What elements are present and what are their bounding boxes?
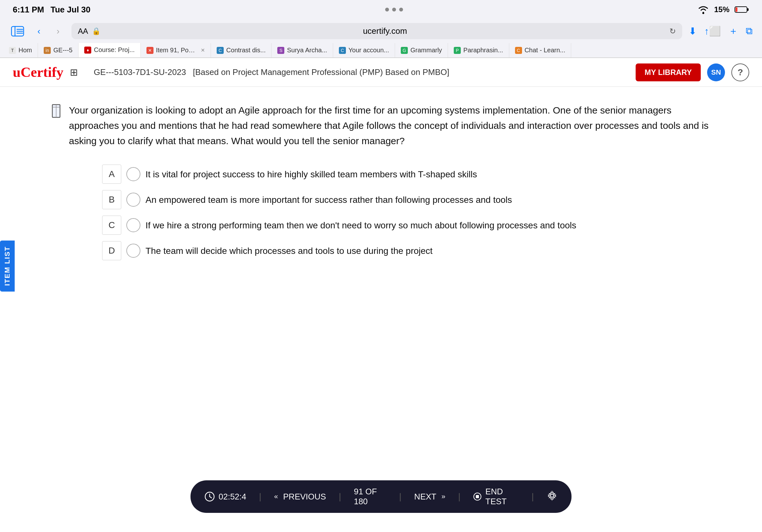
option-b-radio[interactable]	[126, 193, 140, 207]
option-d-letter: D	[102, 241, 121, 260]
battery-level: 15%	[714, 5, 729, 14]
option-b-letter: B	[102, 190, 121, 209]
option-a[interactable]: A It is vital for project success to hir…	[102, 165, 711, 184]
refresh-icon[interactable]: ↻	[669, 27, 676, 36]
stop-icon	[473, 492, 482, 502]
item-list-tab[interactable]: ITEM LIST	[0, 240, 15, 292]
tab-label-grammarly: Grammarly	[410, 46, 442, 54]
separator-5: |	[532, 492, 534, 502]
share-icon[interactable]: ↑⬜	[704, 26, 721, 37]
tab-favicon-item91: ✕	[146, 47, 153, 54]
status-bar-dots	[385, 8, 403, 12]
status-date: Tue Jul 30	[50, 5, 90, 15]
svg-rect-3	[735, 7, 737, 12]
tab-favicon-account: C	[339, 47, 346, 54]
app-logo[interactable]: uCertify	[13, 64, 63, 80]
tab-switcher-icon[interactable]: ⧉	[746, 26, 752, 37]
download-icon[interactable]: ⬇	[689, 26, 697, 37]
browser-chrome: ‹ › AA 🔒 ucertify.com ↻ ⬇ ↑⬜ ＋ ⧉ T Hom i…	[0, 19, 762, 58]
browser-actions: ⬇ ↑⬜ ＋ ⧉	[689, 25, 752, 37]
sidebar-toggle-icon[interactable]	[10, 24, 26, 38]
bottom-bar: 02:52:4 | « PREVIOUS | 91 OF 180 | NEXT …	[190, 480, 572, 513]
svg-point-0	[702, 12, 704, 14]
tab-label-t: Hom	[19, 46, 32, 54]
gear-icon	[547, 490, 558, 501]
question-block: Your organization is looking to adopt an…	[51, 103, 711, 149]
tab-label-account: Your accoun...	[348, 46, 389, 54]
nav-icons: ‹ ›	[32, 24, 65, 38]
url-domain: ucertify.com	[104, 26, 666, 36]
separator-3: |	[399, 492, 402, 502]
status-bar-left: 6:11 PM Tue Jul 30	[13, 5, 91, 15]
option-b[interactable]: B An empowered team is more important fo…	[102, 190, 711, 209]
svg-rect-16	[476, 495, 479, 498]
timer-display: 02:52:4	[204, 492, 246, 502]
logo-area: uCertify ⊞ GE---5103-7D1-SU-2023 [Based …	[13, 64, 449, 80]
course-code: GE---5103-7D1-SU-2023 [Based on Project …	[94, 67, 449, 77]
option-a-text: It is vital for project success to hire …	[145, 165, 477, 181]
next-chevron-right: »	[441, 493, 445, 501]
tab-contrast[interactable]: C Contrast dis...	[211, 43, 271, 57]
option-b-text: An empowered team is more important for …	[145, 190, 512, 207]
option-c[interactable]: C If we hire a strong performing team th…	[102, 216, 711, 235]
next-button[interactable]: NEXT »	[414, 492, 445, 502]
settings-button[interactable]	[547, 490, 558, 503]
option-c-radio[interactable]	[126, 218, 140, 232]
option-d-radio[interactable]	[126, 244, 140, 258]
status-bar: 6:11 PM Tue Jul 30 15%	[0, 0, 762, 19]
battery-icon	[734, 6, 749, 13]
option-a-radio[interactable]	[126, 167, 140, 181]
options-list: A It is vital for project success to hir…	[51, 165, 711, 260]
tab-account[interactable]: C Your accoun...	[333, 43, 395, 57]
tab-grammarly[interactable]: G Grammarly	[395, 43, 448, 57]
tab-chat[interactable]: C Chat - Learn...	[509, 43, 572, 57]
tab-in[interactable]: in GE---5	[38, 43, 79, 57]
tab-label-contrast: Contrast dis...	[226, 46, 266, 54]
tab-t[interactable]: T Hom	[3, 43, 38, 57]
back-button[interactable]: ‹	[32, 24, 46, 38]
tab-favicon-grammarly: G	[401, 47, 408, 54]
user-avatar[interactable]: SN	[707, 63, 725, 81]
separator-2: |	[339, 492, 341, 502]
svg-rect-2	[747, 8, 749, 11]
tab-favicon-paraphrase: P	[454, 47, 461, 54]
app-header: uCertify ⊞ GE---5103-7D1-SU-2023 [Based …	[0, 58, 762, 87]
end-test-label: END TEST	[485, 487, 519, 506]
lock-icon: 🔒	[92, 27, 101, 35]
option-c-text: If we hire a strong performing team then…	[145, 216, 576, 232]
tab-surya[interactable]: S Surya Archa...	[271, 43, 333, 57]
status-bar-right: 15%	[698, 5, 749, 14]
my-library-button[interactable]: MY LIBRARY	[636, 63, 701, 81]
main-content: Your organization is looking to adopt an…	[0, 87, 762, 324]
tab-close-item91[interactable]: ✕	[201, 47, 205, 53]
tab-favicon-ucertify: ♦	[84, 46, 91, 54]
next-label: NEXT	[414, 492, 436, 502]
tab-favicon-in: in	[44, 47, 51, 54]
url-bar[interactable]: AA 🔒 ucertify.com ↻	[71, 23, 682, 39]
svg-point-17	[551, 494, 554, 497]
tab-favicon-chat: C	[515, 47, 522, 54]
end-test-button[interactable]: END TEST	[473, 487, 519, 506]
header-right: MY LIBRARY SN ?	[636, 63, 749, 81]
option-d[interactable]: D The team will decide which processes a…	[102, 241, 711, 260]
tab-paraphrase[interactable]: P Paraphrasin...	[448, 43, 509, 57]
tab-item91[interactable]: ✕ Item 91, Pos... ✕	[141, 43, 211, 57]
tab-label-item91: Item 91, Pos...	[156, 46, 196, 54]
option-a-letter: A	[102, 165, 121, 184]
help-button[interactable]: ?	[731, 63, 749, 81]
url-bar-aa: AA	[78, 27, 88, 36]
wifi-icon	[698, 5, 709, 14]
question-text: Your organization is looking to adopt an…	[69, 103, 711, 149]
previous-button[interactable]: « PREVIOUS	[274, 492, 326, 502]
option-c-letter: C	[102, 216, 121, 235]
bookmark-icon[interactable]	[51, 104, 61, 149]
tab-ucertify[interactable]: ♦ Course: Proj...	[79, 43, 141, 57]
grid-icon[interactable]: ⊞	[70, 67, 78, 78]
previous-label: PREVIOUS	[283, 492, 326, 502]
separator-4: |	[458, 492, 460, 502]
new-tab-icon[interactable]: ＋	[728, 25, 738, 37]
progress-indicator: 91 OF 180	[354, 487, 386, 506]
forward-button[interactable]: ›	[51, 24, 65, 38]
browser-toolbar: ‹ › AA 🔒 ucertify.com ↻ ⬇ ↑⬜ ＋ ⧉	[0, 19, 762, 43]
option-d-text: The team will decide which processes and…	[145, 241, 433, 258]
